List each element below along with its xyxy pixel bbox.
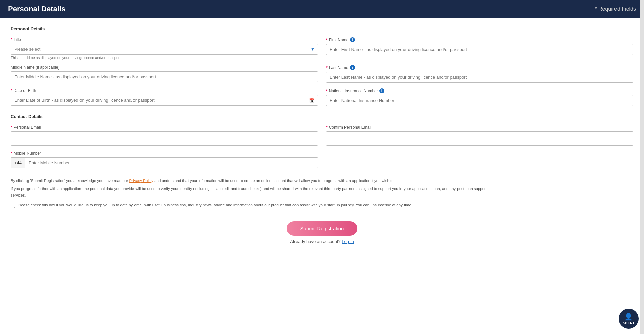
page-title: Personal Details (8, 5, 65, 13)
title-required-star: * (11, 37, 12, 42)
privacy-line1: By clicking 'Submit Registration' you ac… (11, 178, 487, 184)
firstname-info-icon[interactable]: i (350, 37, 355, 42)
row-email: * Personal Email * Confirm Personal Emai… (11, 125, 633, 146)
firstname-label: * First Name i (326, 37, 633, 42)
lastname-input[interactable] (326, 72, 633, 83)
newsletter-checkbox[interactable] (11, 204, 15, 208)
mobile-group: * Mobile Number +44 (11, 151, 322, 168)
privacy-line2: If you progress further with an applicat… (11, 186, 487, 198)
submit-button[interactable]: Submit Registration (287, 221, 358, 236)
dob-input[interactable] (11, 95, 318, 106)
ni-required-star: * (326, 89, 328, 93)
lastname-info-icon[interactable]: i (350, 65, 355, 70)
personal-email-label: * Personal Email (11, 125, 318, 130)
mobile-required-star: * (11, 151, 12, 156)
row-title-firstname: * Title Please select Mr Mrs Miss Ms Dr … (11, 37, 633, 60)
confirm-email-group: * Confirm Personal Email (326, 125, 633, 146)
row-middlename-lastname: Middle Name (if applicable) * Last Name … (11, 65, 633, 83)
required-fields-label: * Required Fields (595, 6, 636, 12)
scrollbar-track (640, 0, 644, 334)
personal-email-group: * Personal Email (11, 125, 318, 146)
lastname-group: * Last Name i (326, 65, 633, 83)
page-header: Personal Details * Required Fields (0, 0, 644, 18)
mobile-label: * Mobile Number (11, 151, 318, 156)
dob-group: * Date of Birth 📅 (11, 88, 318, 106)
agent-badge[interactable]: 👤 AGENT (619, 309, 639, 329)
title-select-wrapper: Please select Mr Mrs Miss Ms Dr ▼ (11, 44, 318, 55)
title-label: * Title (11, 37, 318, 42)
dob-label: * Date of Birth (11, 88, 318, 93)
mobile-input-row: +44 (11, 157, 318, 168)
title-group: * Title Please select Mr Mrs Miss Ms Dr … (11, 37, 318, 60)
ni-input[interactable] (326, 95, 633, 106)
login-link[interactable]: Log in (342, 239, 354, 244)
contact-details-section: Contact Details * Personal Email * Confi… (11, 114, 633, 168)
dob-required-star: * (11, 88, 12, 93)
confirm-email-required-star: * (326, 125, 328, 130)
privacy-text-block: By clicking 'Submit Registration' you ac… (11, 178, 487, 198)
mobile-prefix: +44 (11, 157, 25, 168)
title-select[interactable]: Please select Mr Mrs Miss Ms Dr (11, 44, 318, 55)
login-text-row: Already have an account? Log in (11, 239, 633, 244)
lastname-required-star: * (326, 65, 328, 70)
middlename-label: Middle Name (if applicable) (11, 65, 318, 70)
middlename-input[interactable] (11, 71, 318, 82)
row-dob-ni: * Date of Birth 📅 * National Insurance N… (11, 88, 633, 106)
privacy-policy-link[interactable]: Privacy Policy (129, 179, 153, 183)
ni-label: * National Insurance Number i (326, 88, 633, 93)
contact-details-label: Contact Details (11, 114, 633, 119)
newsletter-checkbox-row: Please check this box if you would like … (11, 203, 480, 208)
middlename-group: Middle Name (if applicable) (11, 65, 318, 83)
ni-group: * National Insurance Number i (326, 88, 633, 106)
email-required-star: * (11, 125, 12, 130)
agent-icon: 👤 (624, 313, 633, 321)
main-content: Personal Details * Title Please select M… (0, 18, 644, 334)
firstname-input[interactable] (326, 44, 633, 55)
mobile-input[interactable] (25, 157, 318, 168)
personal-email-input[interactable] (11, 131, 318, 146)
dob-input-wrapper: 📅 (11, 95, 318, 106)
firstname-required-star: * (326, 38, 328, 42)
personal-details-section-label: Personal Details (11, 26, 633, 31)
confirm-email-input[interactable] (326, 131, 633, 146)
confirm-email-label: * Confirm Personal Email (326, 125, 633, 130)
newsletter-label: Please check this box if you would like … (18, 203, 412, 207)
title-hint: This should be as displayed on your driv… (11, 56, 318, 60)
firstname-group: * First Name i (326, 37, 633, 60)
agent-label: AGENT (623, 321, 635, 325)
ni-info-icon[interactable]: i (379, 88, 384, 93)
lastname-label: * Last Name i (326, 65, 633, 70)
submit-area: Submit Registration Already have an acco… (11, 221, 633, 244)
